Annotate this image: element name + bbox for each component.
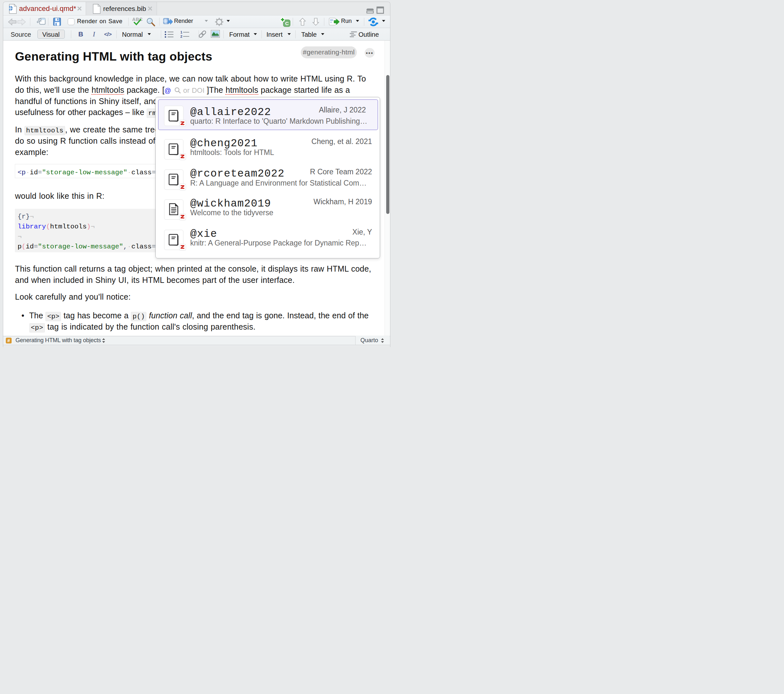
svg-text:2: 2 [180,35,182,38]
svg-text:C: C [285,21,288,26]
svg-text:1: 1 [180,31,182,34]
